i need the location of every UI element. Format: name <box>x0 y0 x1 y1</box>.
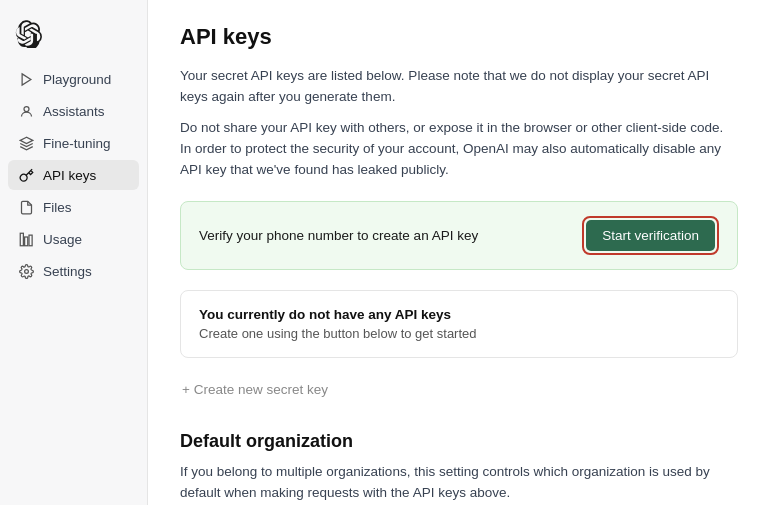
sidebar-item-label: Files <box>43 200 72 215</box>
svg-rect-2 <box>20 233 23 246</box>
playground-icon <box>18 71 34 87</box>
sidebar-item-label: Playground <box>43 72 111 87</box>
main-content: API keys Your secret API keys are listed… <box>148 0 770 505</box>
svg-marker-0 <box>22 73 31 84</box>
start-verification-button[interactable]: Start verification <box>586 220 715 251</box>
verify-banner-text: Verify your phone number to create an AP… <box>199 228 478 243</box>
sidebar: Playground Assistants Fine-tuning API ke… <box>0 0 148 505</box>
default-org-title: Default organization <box>180 431 738 452</box>
svg-rect-4 <box>29 235 32 246</box>
assistants-icon <box>18 103 34 119</box>
sidebar-item-label: Assistants <box>43 104 105 119</box>
api-keys-icon <box>18 167 34 183</box>
svg-point-5 <box>24 269 28 273</box>
create-new-secret-key-button[interactable]: + Create new secret key <box>180 376 330 403</box>
svg-point-1 <box>24 106 29 111</box>
svg-rect-3 <box>24 237 27 246</box>
verify-banner: Verify your phone number to create an AP… <box>180 201 738 270</box>
api-keys-card-subtitle: Create one using the button below to get… <box>199 326 719 341</box>
desc-text-1: Your secret API keys are listed below. P… <box>180 66 738 108</box>
openai-logo-icon <box>14 20 42 48</box>
sidebar-item-settings[interactable]: Settings <box>8 256 139 286</box>
sidebar-item-files[interactable]: Files <box>8 192 139 222</box>
verify-btn-highlight: Start verification <box>582 216 719 255</box>
sidebar-item-usage[interactable]: Usage <box>8 224 139 254</box>
settings-icon <box>18 263 34 279</box>
sidebar-item-fine-tuning[interactable]: Fine-tuning <box>8 128 139 158</box>
usage-icon <box>18 231 34 247</box>
default-org-desc: If you belong to multiple organizations,… <box>180 462 738 504</box>
fine-tuning-icon <box>18 135 34 151</box>
page-title: API keys <box>180 24 738 50</box>
sidebar-item-label: Usage <box>43 232 82 247</box>
desc-text-2: Do not share your API key with others, o… <box>180 118 738 181</box>
sidebar-item-api-keys[interactable]: API keys <box>8 160 139 190</box>
sidebar-item-assistants[interactable]: Assistants <box>8 96 139 126</box>
logo <box>0 12 147 64</box>
sidebar-item-label: Fine-tuning <box>43 136 111 151</box>
files-icon <box>18 199 34 215</box>
sidebar-item-label: API keys <box>43 168 96 183</box>
api-keys-empty-card: You currently do not have any API keys C… <box>180 290 738 358</box>
sidebar-item-label: Settings <box>43 264 92 279</box>
api-keys-card-title: You currently do not have any API keys <box>199 307 719 322</box>
sidebar-nav: Playground Assistants Fine-tuning API ke… <box>0 64 147 286</box>
sidebar-item-playground[interactable]: Playground <box>8 64 139 94</box>
